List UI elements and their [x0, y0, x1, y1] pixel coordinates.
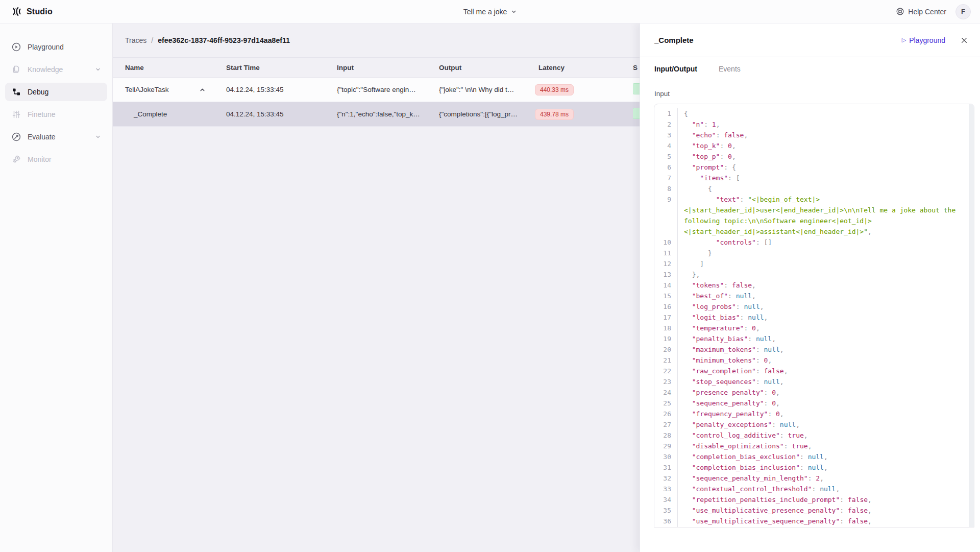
line-content: "raw_completion": false, — [678, 366, 974, 376]
open-in-playground-label: Playground — [909, 36, 945, 44]
line-number: 26 — [654, 409, 678, 419]
code-line: 24 "presence_penalty": 0, — [654, 387, 974, 398]
line-number: 10 — [654, 237, 678, 248]
code-line: 31 "completion_bias_inclusion": null, — [654, 462, 974, 473]
line-content: "frequency_penalty": 0, — [678, 409, 974, 419]
code-scrollbar[interactable] — [969, 104, 974, 527]
sliders-icon — [11, 109, 21, 119]
code-line: 27 "penalty_exceptions": null, — [654, 419, 974, 430]
code-line: 4 "top_k": 0, — [654, 140, 974, 151]
code-line: 16 "log_probs": null, — [654, 301, 974, 312]
line-content: "log_probs": null, — [678, 301, 974, 312]
status-badge — [633, 83, 640, 94]
line-number: 17 — [654, 312, 678, 323]
line-number: 20 — [654, 344, 678, 355]
line-number: 15 — [654, 291, 678, 301]
code-line: 29 "disable_optimizations": true, — [654, 441, 974, 451]
rocket-icon — [11, 154, 21, 164]
line-number: 35 — [654, 505, 678, 516]
code-line: 26 "frequency_penalty": 0, — [654, 409, 974, 419]
sidebar-item-finetune[interactable]: Finetune — [5, 105, 107, 124]
code-line: 18 "temperature": 0, — [654, 323, 974, 333]
line-content: "maximum_tokens": null, — [678, 344, 974, 355]
line-number: 33 — [654, 484, 678, 494]
main-content: Traces / efee362c-1837-46ff-9523-97d14aa… — [113, 23, 640, 552]
code-line: 19 "penalty_bias": null, — [654, 333, 974, 344]
code-line: 22 "raw_completion": false, — [654, 366, 974, 376]
line-number: 14 — [654, 280, 678, 291]
line-content: { — [678, 108, 974, 119]
line-content: "penalty_exceptions": null, — [678, 419, 974, 430]
line-content: "sequence_penalty": 0, — [678, 398, 974, 409]
help-center-button[interactable]: Help Center — [896, 7, 946, 16]
line-content: "best_of": null, — [678, 291, 974, 301]
line-content: { — [678, 183, 974, 194]
avatar[interactable]: F — [955, 4, 971, 19]
trace-tree-icon — [11, 87, 21, 97]
line-content: "use_multiplicative_sequence_penalty": f… — [678, 516, 974, 526]
breadcrumb-separator: / — [151, 36, 153, 44]
workspace-dropdown[interactable]: Tell me a joke — [463, 8, 517, 16]
code-line: 12 ] — [654, 258, 974, 269]
code-line: 3 "echo": false, — [654, 130, 974, 140]
line-number: 36 — [654, 516, 678, 526]
line-number: 28 — [654, 430, 678, 441]
line-number: 32 — [654, 473, 678, 484]
panel-tabs: Input/OutputEvents — [640, 57, 980, 81]
sidebar-item-label: Playground — [28, 43, 101, 51]
sidebar-item-debug[interactable]: Debug — [5, 83, 107, 101]
line-content: } — [678, 248, 974, 258]
close-panel-button[interactable] — [959, 35, 970, 46]
close-icon — [961, 37, 968, 44]
line-number: 37 — [654, 526, 678, 527]
code-line: 6 "prompt": { — [654, 162, 974, 173]
line-content: "echo": false, — [678, 130, 974, 140]
code-line: 11 } — [654, 248, 974, 258]
code-line: 10 "controls": [] — [654, 237, 974, 248]
sidebar-item-evaluate[interactable]: Evaluate — [5, 128, 107, 146]
brand: Studio — [0, 6, 53, 17]
code-line: 13 }, — [654, 269, 974, 280]
column-header-latency: Latency — [538, 64, 633, 71]
open-in-playground-link[interactable]: ▷ Playground — [902, 36, 945, 44]
code-line: 36 "use_multiplicative_sequence_penalty"… — [654, 516, 974, 526]
column-header-name: Name — [113, 64, 226, 71]
table-row-complete[interactable]: _Complete04.12.24, 15:33:45{"n":1,"echo"… — [113, 102, 640, 127]
line-number: 6 — [654, 162, 678, 173]
column-header-start-time: Start Time — [226, 64, 337, 71]
brand-name: Studio — [27, 7, 53, 16]
sidebar-item-monitor[interactable]: Monitor — [5, 150, 107, 169]
code-line: 5 "top_p": 0, — [654, 151, 974, 162]
table-row-tellajoketask[interactable]: TellAJokeTask04.12.24, 15:33:45{"topic":… — [113, 78, 640, 102]
line-number: 30 — [654, 451, 678, 462]
tab-input-output[interactable]: Input/Output — [654, 65, 697, 73]
code-line: 28 "control_log_additive": true, — [654, 430, 974, 441]
code-line: 14 "tokens": false, — [654, 280, 974, 291]
sidebar-item-label: Debug — [28, 88, 101, 96]
line-number: 19 — [654, 333, 678, 344]
collapse-row-button[interactable] — [199, 86, 206, 93]
sidebar-item-playground[interactable]: Playground — [5, 38, 107, 56]
code-line: 30 "completion_bias_exclusion": null, — [654, 451, 974, 462]
studio-logo-icon — [11, 6, 22, 17]
tab-events[interactable]: Events — [719, 65, 741, 73]
line-number: 27 — [654, 419, 678, 430]
code-line: 17 "logit_bias": null, — [654, 312, 974, 323]
input-code-block: 1{2 "n": 1,3 "echo": false,4 "top_k": 0,… — [654, 104, 974, 527]
line-number: 1 — [654, 108, 678, 119]
sidebar-item-label: Evaluate — [28, 133, 89, 141]
code-line: 35 "use_multiplicative_presence_penalty"… — [654, 505, 974, 516]
line-content: ] — [678, 258, 974, 269]
sidebar-item-knowledge[interactable]: Knowledge — [5, 60, 107, 79]
line-number: 2 — [654, 119, 678, 130]
documents-icon — [11, 64, 21, 75]
line-content: "sequence_penalty_min_length": 2, — [678, 473, 974, 484]
trace-detail-panel: _Complete ▷ Playground Input/OutputEvent… — [640, 23, 980, 552]
workspace-dropdown-label: Tell me a joke — [463, 8, 507, 16]
line-content: "tokens": false, — [678, 280, 974, 291]
code-line: 32 "sequence_penalty_min_length": 2, — [654, 473, 974, 484]
line-number: 29 — [654, 441, 678, 451]
breadcrumb-traces-link[interactable]: Traces — [125, 36, 146, 44]
code-line: 21 "minimum_tokens": 0, — [654, 355, 974, 366]
line-number: 31 — [654, 462, 678, 473]
